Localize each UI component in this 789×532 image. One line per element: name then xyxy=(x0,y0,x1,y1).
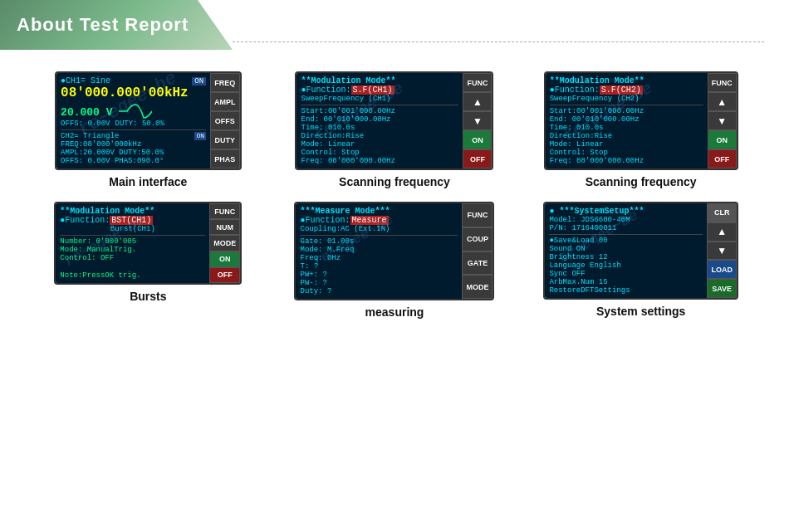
caption-scan1: Scanning frequency xyxy=(339,175,450,188)
btn-up-ch2[interactable]: ▲ xyxy=(708,92,737,111)
btn-func-ch1[interactable]: FUNC xyxy=(463,73,492,92)
btn-phas[interactable]: PHAS xyxy=(210,149,240,168)
btn-on-ch2[interactable]: ON xyxy=(708,130,737,149)
btn-num-burst[interactable]: NUM xyxy=(209,219,240,235)
btn-on-ch1[interactable]: ON xyxy=(463,130,492,149)
btn-func-burst[interactable]: FUNC xyxy=(209,203,240,219)
cell-main-interface: ●CH1= Sine ON 08'000.000'00kHz 20.000 V … xyxy=(25,65,272,195)
btn-off-ch1[interactable]: OFF xyxy=(463,149,492,168)
btn-duty[interactable]: DUTY xyxy=(210,130,240,149)
caption-bursts: Bursts xyxy=(130,290,166,303)
cell-scan-freq-ch2: **Modulation Mode** ●Function:S.F(CH2) S… xyxy=(517,65,764,195)
btn-coup-meas[interactable]: COUP xyxy=(462,227,493,251)
btn-down-sys[interactable]: ▼ xyxy=(707,242,737,261)
cell-bursts: **Modulation Mode** ●Function:BST(CH1) B… xyxy=(25,195,272,325)
btn-load-sys[interactable]: LOAD xyxy=(707,260,737,279)
cell-measuring: ***Measure Mode*** ●Function: Measure Co… xyxy=(272,195,518,325)
caption-system: System settings xyxy=(596,305,685,318)
btn-freq[interactable]: FREQ xyxy=(210,73,240,92)
btn-gate-meas[interactable]: GATE xyxy=(462,251,493,276)
cell-scan-freq-ch1: **Modulation Mode** ●Function:S.F(CH1) S… xyxy=(272,65,518,195)
btn-off-ch2[interactable]: OFF xyxy=(708,149,737,168)
btn-save-sys[interactable]: SAVE xyxy=(707,279,737,298)
btn-down-ch2[interactable]: ▼ xyxy=(708,111,737,130)
cell-system-settings: ● ***SystemSetup*** Model: JDS6600-40M P… xyxy=(517,195,764,325)
btn-offs[interactable]: OFFS xyxy=(210,111,240,130)
caption-measuring: measuring xyxy=(365,305,424,319)
btn-up-ch1[interactable]: ▲ xyxy=(463,92,492,111)
caption-main: Main interface xyxy=(109,175,187,188)
btn-on-burst[interactable]: ON xyxy=(209,251,240,267)
btn-down-ch1[interactable]: ▼ xyxy=(463,111,492,130)
caption-scan2: Scanning frequency xyxy=(586,175,697,188)
btn-ampl[interactable]: AMPL xyxy=(210,92,240,111)
btn-off-burst[interactable]: OFF xyxy=(209,267,240,283)
btn-func-meas[interactable]: FUNC xyxy=(462,203,493,227)
btn-up-sys[interactable]: ▲ xyxy=(707,222,737,242)
btn-mode-burst[interactable]: MODE xyxy=(209,235,240,251)
btn-func-ch2[interactable]: FUNC xyxy=(708,73,737,92)
page-title: About Test Report xyxy=(17,14,189,36)
btn-clr-sys[interactable]: CLR xyxy=(707,203,737,222)
btn-mode-meas[interactable]: MODE xyxy=(462,275,493,299)
